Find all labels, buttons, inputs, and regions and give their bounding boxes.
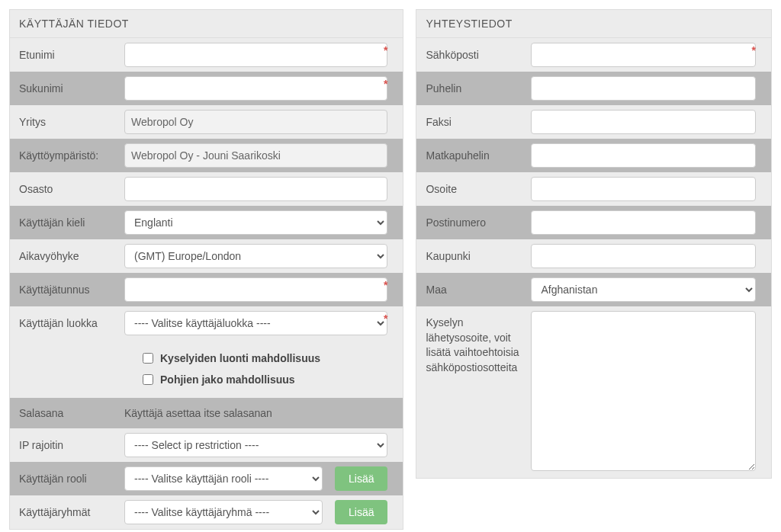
username-input[interactable] (124, 277, 387, 302)
required-marker: * (384, 78, 387, 90)
environment-value: Webropol Oy - Jouni Saarikoski (124, 143, 387, 168)
label-timezone: Aikavyöhyke (10, 247, 124, 265)
email-input[interactable] (531, 43, 756, 67)
label-city: Kaupunki (416, 247, 531, 265)
row-postal: Postinumero (416, 206, 771, 239)
department-input[interactable] (124, 177, 387, 201)
city-input[interactable] (531, 244, 756, 268)
country-select[interactable]: Afghanistan (531, 277, 756, 302)
label-department: Osasto (10, 180, 124, 198)
mobile-input[interactable] (531, 143, 756, 168)
checkbox-share-templates[interactable] (143, 374, 153, 385)
lastname-input[interactable] (124, 76, 387, 101)
label-lastname: Sukunimi (10, 79, 124, 98)
label-fax: Faksi (416, 113, 531, 131)
company-value: Webropol Oy (124, 110, 387, 134)
userclass-options: Kyselyiden luonti mahdollisuus Pohjien j… (10, 340, 403, 398)
required-marker: * (384, 279, 387, 291)
address-input[interactable] (531, 177, 756, 201)
required-marker: * (384, 312, 387, 325)
label-username: Käyttäjätunnus (10, 280, 124, 299)
row-language: Käyttäjän kieli Englanti (10, 206, 403, 239)
language-select[interactable]: Englanti (124, 210, 387, 235)
label-phone: Puhelin (416, 79, 531, 98)
label-country: Maa (416, 280, 531, 299)
userclass-select[interactable]: ---- Valitse käyttäjäluokka ---- (124, 311, 387, 335)
survey-address-textarea[interactable] (531, 311, 756, 471)
row-phone: Puhelin (416, 72, 771, 105)
row-email: Sähköposti * (416, 38, 771, 72)
label-share-templates: Pohjien jako mahdollisuus (160, 373, 295, 386)
label-groups: Käyttäjäryhmät (10, 503, 124, 521)
add-group-button[interactable]: Lisää (335, 500, 387, 524)
contact-header: YHTEYSTIEDOT (416, 10, 771, 38)
label-iprestriction: IP rajoitin (10, 436, 124, 454)
label-address: Osoite (416, 180, 531, 198)
row-mobile: Matkapuhelin (416, 139, 771, 172)
row-firstname: Etunimi * (10, 38, 403, 72)
row-username: Käyttäjätunnus * (10, 273, 403, 306)
label-environment: Käyttöympäristö: (10, 146, 124, 165)
row-iprestriction: IP rajoitin ---- Select ip restriction -… (10, 428, 403, 462)
row-address: Osoite (416, 172, 771, 206)
row-groups: Käyttäjäryhmät ---- Valitse käyttäjäryhm… (10, 495, 403, 529)
row-timezone: Aikavyöhyke (GMT) Europe/London (10, 239, 403, 273)
row-password: Salasana Käyttäjä asettaa itse salasanan (10, 398, 403, 428)
label-password: Salasana (10, 404, 124, 422)
fax-input[interactable] (531, 110, 756, 134)
label-mobile: Matkapuhelin (416, 146, 531, 165)
row-country: Maa Afghanistan (416, 273, 771, 306)
contact-panel: YHTEYSTIEDOT Sähköposti * Puhelin Faksi … (416, 9, 772, 479)
label-survey-address: Kyselyn lähetysosoite, voit lisätä vaiht… (416, 311, 531, 378)
user-details-panel: KÄYTTÄJÄN TIEDOT Etunimi * Sukunimi * Yr… (9, 9, 403, 530)
phone-input[interactable] (531, 76, 756, 101)
label-postal: Postinumero (416, 213, 531, 232)
role-select[interactable]: ---- Valitse käyttäjän rooli ---- (124, 466, 323, 491)
postal-input[interactable] (531, 210, 756, 235)
firstname-input[interactable] (124, 43, 387, 67)
iprestriction-select[interactable]: ---- Select ip restriction ---- (124, 433, 387, 457)
row-company: Yritys Webropol Oy (10, 105, 403, 139)
row-department: Osasto (10, 172, 403, 206)
row-fax: Faksi (416, 105, 771, 139)
row-userclass: Käyttäjän luokka ---- Valitse käyttäjälu… (10, 306, 403, 340)
row-lastname: Sukunimi * (10, 72, 403, 105)
add-role-button[interactable]: Lisää (335, 466, 387, 491)
row-survey-address: Kyselyn lähetysosoite, voit lisätä vaiht… (416, 306, 771, 478)
label-email: Sähköposti (416, 46, 531, 64)
label-role: Käyttäjän rooli (10, 470, 124, 488)
checkbox-create-surveys[interactable] (143, 353, 153, 364)
groups-select[interactable]: ---- Valitse käyttäjäryhmä ---- (124, 500, 323, 524)
password-text: Käyttäjä asettaa itse salasanan (124, 402, 387, 424)
label-firstname: Etunimi (10, 46, 124, 64)
user-details-header: KÄYTTÄJÄN TIEDOT (10, 10, 403, 38)
label-create-surveys: Kyselyiden luonti mahdollisuus (160, 352, 320, 364)
label-language: Käyttäjän kieli (10, 213, 124, 232)
required-marker: * (752, 44, 756, 56)
row-role: Käyttäjän rooli ---- Valitse käyttäjän r… (10, 462, 403, 495)
row-environment: Käyttöympäristö: Webropol Oy - Jouni Saa… (10, 139, 403, 172)
row-city: Kaupunki (416, 239, 771, 273)
label-userclass: Käyttäjän luokka (10, 314, 124, 332)
timezone-select[interactable]: (GMT) Europe/London (124, 244, 387, 268)
required-marker: * (384, 44, 387, 56)
label-company: Yritys (10, 113, 124, 131)
